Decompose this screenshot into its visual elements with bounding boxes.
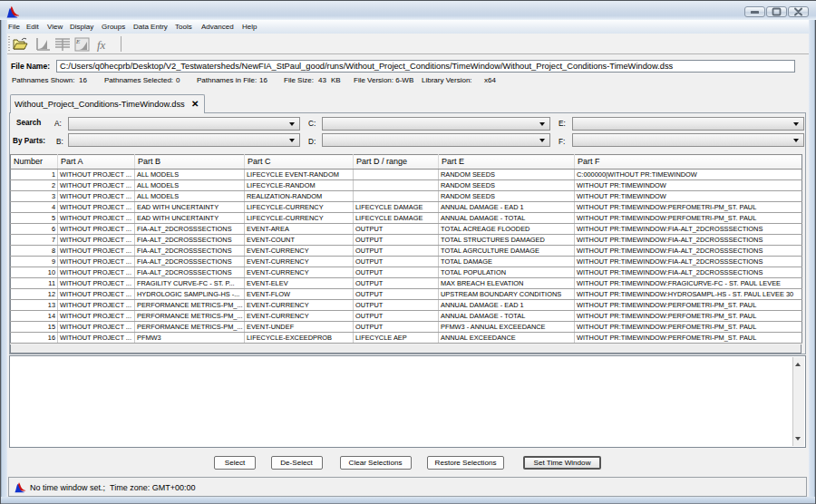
svg-text:E: E [75,38,81,45]
